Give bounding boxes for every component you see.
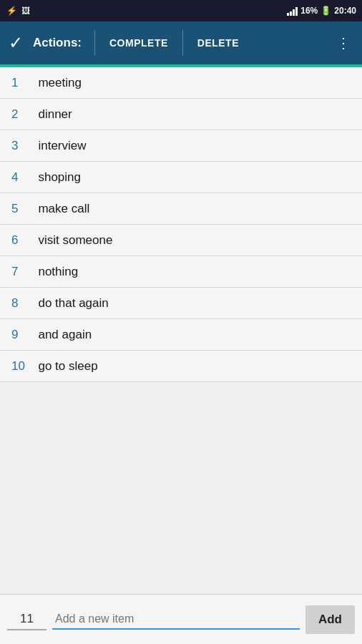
more-options-icon[interactable]: ⋮ [333, 31, 353, 54]
status-left-icons: ⚡ 🖼 [6, 5, 31, 16]
list-item[interactable]: 7 nothing [0, 256, 362, 288]
battery-icon: 🔋 [321, 6, 331, 16]
item-number: 10 [11, 359, 31, 374]
item-number: 4 [11, 170, 31, 185]
item-number: 5 [11, 202, 31, 216]
new-item-input[interactable] [52, 610, 300, 630]
item-number: 9 [11, 328, 31, 342]
complete-button[interactable]: COMPLETE [102, 37, 175, 49]
list-item[interactable]: 1 meeting [0, 67, 362, 99]
list-item[interactable]: 9 and again [0, 319, 362, 351]
clock: 20:40 [334, 6, 356, 16]
item-text: make call [31, 202, 89, 216]
item-text: dinner [31, 107, 72, 122]
status-right-info: 16% 🔋 20:40 [287, 6, 356, 16]
item-number: 1 [11, 76, 31, 90]
list-item[interactable]: 8 do that again [0, 288, 362, 319]
add-button[interactable]: Add [305, 605, 355, 634]
check-icon[interactable]: ✓ [9, 33, 23, 53]
list-item[interactable]: 6 visit someone [0, 225, 362, 256]
item-text: shoping [31, 170, 81, 185]
item-text: visit someone [31, 233, 112, 248]
actions-label: Actions: [33, 36, 82, 50]
list-item[interactable]: 2 dinner [0, 99, 362, 130]
item-text: go to sleep [31, 359, 98, 374]
status-bar: ⚡ 🖼 16% 🔋 20:40 [0, 0, 362, 21]
item-text: nothing [31, 265, 78, 279]
action-bar: ✓ Actions: COMPLETE DELETE ⋮ [0, 21, 362, 64]
item-text: interview [31, 139, 87, 153]
image-icon: 🖼 [20, 5, 31, 16]
list-item[interactable]: 3 interview [0, 130, 362, 162]
item-text: and again [31, 328, 92, 342]
item-number: 7 [11, 265, 31, 279]
add-item-footer: Add [0, 594, 362, 644]
signal-icon [287, 6, 298, 16]
divider-2 [182, 30, 183, 56]
next-number-input[interactable] [7, 609, 47, 630]
item-text: do that again [31, 296, 109, 311]
item-text: meeting [31, 76, 82, 90]
list-item[interactable]: 5 make call [0, 193, 362, 225]
delete-button[interactable]: DELETE [190, 37, 246, 49]
divider-1 [94, 30, 95, 56]
item-number: 3 [11, 139, 31, 153]
item-number: 6 [11, 233, 31, 248]
todo-list: 1 meeting 2 dinner 3 interview 4 shoping… [0, 67, 362, 382]
list-item[interactable]: 4 shoping [0, 162, 362, 193]
usb-icon: ⚡ [6, 5, 17, 16]
battery-percent: 16% [300, 6, 318, 16]
item-number: 2 [11, 107, 31, 122]
list-item[interactable]: 10 go to sleep [0, 351, 362, 382]
item-number: 8 [11, 296, 31, 311]
